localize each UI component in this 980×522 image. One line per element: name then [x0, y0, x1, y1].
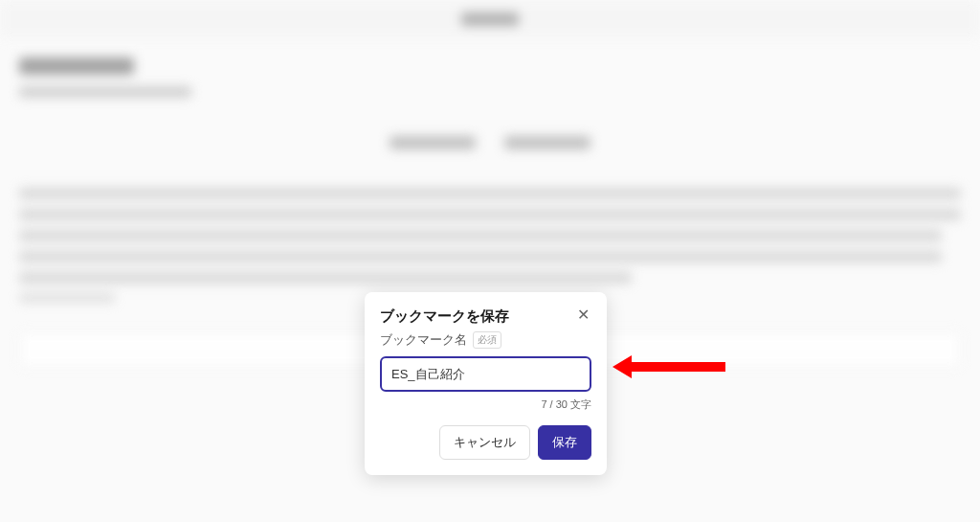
- close-button[interactable]: ✕: [575, 307, 591, 323]
- required-badge: 必須: [473, 331, 501, 349]
- arrow-annotation: [612, 352, 727, 382]
- char-count: 7 / 30 文字: [380, 397, 591, 412]
- bookmark-name-input[interactable]: [380, 356, 591, 392]
- modal-title: ブックマークを保存: [380, 307, 509, 326]
- bookmark-name-label: ブックマーク名: [380, 331, 467, 349]
- save-bookmark-modal: ブックマークを保存 ✕ ブックマーク名 必須 7 / 30 文字 キャンセル 保…: [365, 292, 607, 475]
- svg-marker-0: [612, 355, 725, 378]
- cancel-button[interactable]: キャンセル: [439, 425, 530, 460]
- save-button[interactable]: 保存: [538, 425, 591, 460]
- close-icon: ✕: [577, 306, 590, 323]
